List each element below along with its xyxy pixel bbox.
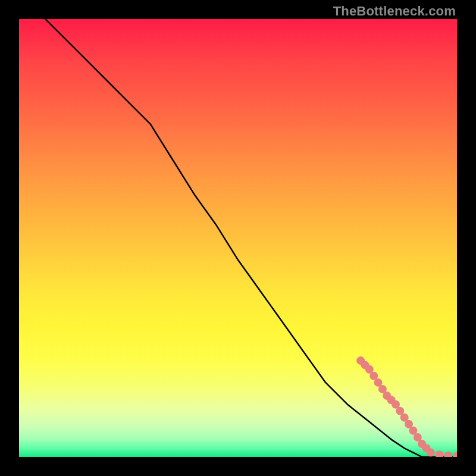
data-point — [453, 452, 457, 458]
data-markers — [356, 356, 457, 457]
data-point — [436, 450, 444, 457]
chart-overlay — [19, 19, 457, 457]
data-point — [427, 449, 435, 457]
chart-frame: TheBottleneck.com — [0, 0, 476, 476]
watermark-text: TheBottleneck.com — [333, 4, 456, 19]
data-point — [444, 452, 452, 457]
curve-line — [45, 19, 457, 457]
